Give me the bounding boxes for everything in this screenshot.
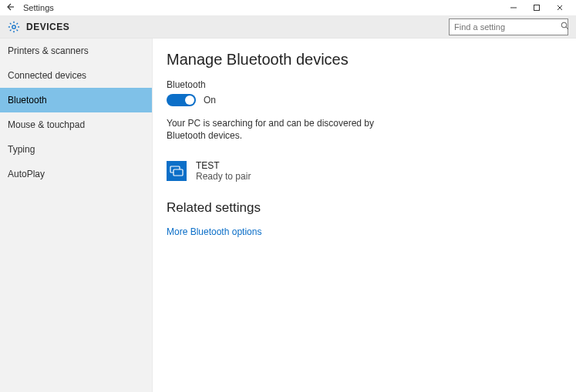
svg-rect-16 — [173, 169, 183, 176]
back-button[interactable] — [5, 2, 15, 14]
search-icon[interactable] — [561, 22, 569, 32]
sidebar-item-bluetooth[interactable]: Bluetooth — [0, 88, 152, 112]
sidebar: Printers & scannersConnected devicesBlue… — [0, 39, 153, 392]
search-box[interactable] — [449, 18, 568, 35]
more-bluetooth-options-link[interactable]: More Bluetooth options — [167, 226, 562, 237]
bluetooth-toggle[interactable] — [167, 94, 196, 106]
svg-line-11 — [17, 22, 19, 24]
svg-point-4 — [12, 25, 15, 28]
sidebar-item-mouse-touchpad[interactable]: Mouse & touchpad — [0, 112, 152, 137]
window-controls — [502, 1, 571, 15]
svg-line-12 — [10, 29, 12, 31]
device-icon — [167, 161, 187, 181]
sidebar-item-typing[interactable]: Typing — [0, 137, 152, 162]
search-input[interactable] — [454, 22, 561, 32]
device-status: Ready to pair — [196, 171, 251, 182]
header-title: DEVICES — [26, 22, 69, 32]
device-item[interactable]: TEST Ready to pair — [167, 160, 562, 182]
device-name: TEST — [196, 160, 251, 171]
related-settings-title: Related settings — [167, 200, 562, 216]
bluetooth-toggle-state: On — [204, 95, 216, 106]
page-title: Manage Bluetooth devices — [167, 51, 562, 69]
close-button[interactable] — [548, 1, 571, 15]
svg-rect-1 — [534, 5, 540, 11]
minimize-button[interactable] — [502, 1, 525, 15]
gear-icon — [8, 21, 20, 33]
status-text: Your PC is searching for and can be disc… — [167, 117, 375, 142]
svg-line-14 — [566, 27, 568, 29]
bluetooth-toggle-label: Bluetooth — [167, 79, 562, 90]
svg-line-10 — [17, 29, 19, 31]
header-bar: DEVICES — [0, 15, 576, 39]
svg-line-9 — [10, 22, 12, 24]
main-content: Manage Bluetooth devices Bluetooth On Yo… — [153, 39, 576, 392]
titlebar: Settings — [0, 0, 576, 15]
window-title: Settings — [23, 3, 54, 12]
maximize-button[interactable] — [525, 1, 548, 15]
sidebar-item-connected-devices[interactable]: Connected devices — [0, 63, 152, 88]
svg-point-13 — [561, 22, 567, 28]
sidebar-item-printers-scanners[interactable]: Printers & scanners — [0, 39, 152, 63]
sidebar-item-autoplay[interactable]: AutoPlay — [0, 162, 152, 186]
